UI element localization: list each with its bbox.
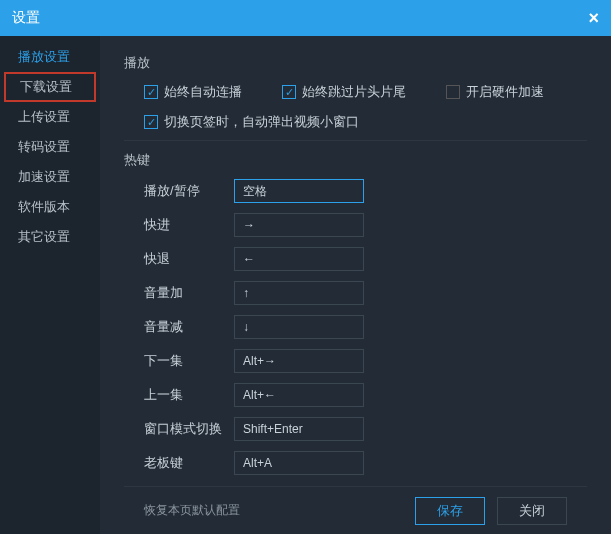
hotkey-label: 音量加 (144, 284, 234, 302)
restore-defaults-link[interactable]: 恢复本页默认配置 (144, 502, 240, 519)
hotkey-label: 老板键 (144, 454, 234, 472)
hotkey-label: 下一集 (144, 352, 234, 370)
check-label: 始终跳过片头片尾 (302, 83, 406, 101)
hotkey-row-window-mode: 窗口模式切换 (144, 415, 587, 443)
hotkey-label: 窗口模式切换 (144, 420, 234, 438)
section-title-playback: 播放 (124, 54, 587, 72)
hotkey-input-next[interactable] (234, 349, 364, 373)
content: 播放 ✓ 始终自动连播 ✓ 始终跳过片头片尾 开启硬件加速 (124, 54, 587, 486)
hotkeys-list: 播放/暂停 快进 快退 音量加 (124, 177, 587, 477)
hotkey-row-prev: 上一集 (144, 381, 587, 409)
close-button[interactable]: 关闭 (497, 497, 567, 525)
save-button[interactable]: 保存 (415, 497, 485, 525)
check-hw-accel[interactable]: 开启硬件加速 (446, 80, 544, 104)
hotkey-row-next: 下一集 (144, 347, 587, 375)
close-icon[interactable]: × (588, 8, 599, 29)
hotkey-input-window-mode[interactable] (234, 417, 364, 441)
hotkey-row-forward: 快进 (144, 211, 587, 239)
checkbox-icon: ✓ (144, 85, 158, 99)
checkbox-icon (446, 85, 460, 99)
hotkey-row-boss: 老板键 (144, 449, 587, 477)
playback-checks: ✓ 始终自动连播 ✓ 始终跳过片头片尾 开启硬件加速 ✓ 切换页签时，自动弹出视… (124, 80, 587, 134)
sidebar-item-version[interactable]: 软件版本 (0, 192, 100, 222)
sidebar-item-playback[interactable]: 播放设置 (0, 42, 100, 72)
sidebar: 播放设置 下载设置 上传设置 转码设置 加速设置 软件版本 其它设置 (0, 36, 100, 534)
settings-window: 设置 × 播放设置 下载设置 上传设置 转码设置 加速设置 软件版本 其它设置 … (0, 0, 611, 534)
hotkey-row-back: 快退 (144, 245, 587, 273)
check-label: 开启硬件加速 (466, 83, 544, 101)
hotkey-row-vol-up: 音量加 (144, 279, 587, 307)
titlebar: 设置 × (0, 0, 611, 36)
sidebar-item-upload[interactable]: 上传设置 (0, 102, 100, 132)
divider (124, 140, 587, 141)
sidebar-item-accel[interactable]: 加速设置 (0, 162, 100, 192)
hotkey-input-boss[interactable] (234, 451, 364, 475)
checkbox-icon: ✓ (144, 115, 158, 129)
hotkey-input-prev[interactable] (234, 383, 364, 407)
sidebar-item-download[interactable]: 下载设置 (4, 72, 96, 102)
sidebar-item-other[interactable]: 其它设置 (0, 222, 100, 252)
hotkey-input-forward[interactable] (234, 213, 364, 237)
main-panel: 播放 ✓ 始终自动连播 ✓ 始终跳过片头片尾 开启硬件加速 (100, 36, 611, 534)
hotkey-input-play-pause[interactable] (234, 179, 364, 203)
window-body: 播放设置 下载设置 上传设置 转码设置 加速设置 软件版本 其它设置 播放 ✓ … (0, 36, 611, 534)
check-pip[interactable]: ✓ 切换页签时，自动弹出视频小窗口 (144, 110, 359, 134)
hotkey-label: 快进 (144, 216, 234, 234)
hotkey-row-play-pause: 播放/暂停 (144, 177, 587, 205)
hotkey-input-vol-down[interactable] (234, 315, 364, 339)
hotkey-input-vol-up[interactable] (234, 281, 364, 305)
hotkey-input-back[interactable] (234, 247, 364, 271)
hotkey-label: 上一集 (144, 386, 234, 404)
footer: 恢复本页默认配置 保存 关闭 (124, 486, 587, 534)
check-auto-continue[interactable]: ✓ 始终自动连播 (144, 80, 242, 104)
hotkey-row-vol-down: 音量减 (144, 313, 587, 341)
window-title: 设置 (12, 9, 40, 27)
sidebar-item-transcode[interactable]: 转码设置 (0, 132, 100, 162)
hotkey-label: 播放/暂停 (144, 182, 234, 200)
check-label: 切换页签时，自动弹出视频小窗口 (164, 113, 359, 131)
check-skip-intro[interactable]: ✓ 始终跳过片头片尾 (282, 80, 406, 104)
section-title-hotkeys: 热键 (124, 151, 587, 169)
check-label: 始终自动连播 (164, 83, 242, 101)
hotkey-label: 快退 (144, 250, 234, 268)
checkbox-icon: ✓ (282, 85, 296, 99)
footer-buttons: 保存 关闭 (415, 497, 567, 525)
hotkey-label: 音量减 (144, 318, 234, 336)
